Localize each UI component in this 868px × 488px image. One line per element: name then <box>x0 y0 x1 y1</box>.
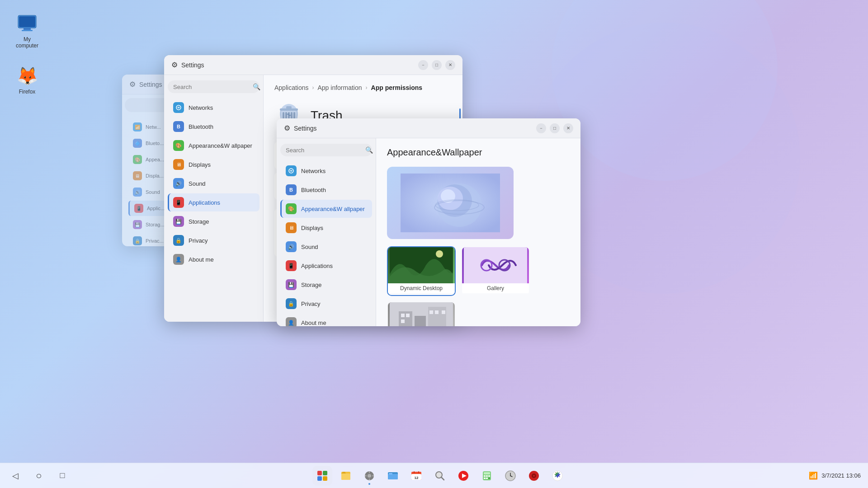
sidebar-item-appearance-mid[interactable]: 🎨 Appearance&W allpaper <box>168 136 259 155</box>
close-button-front[interactable]: ✕ <box>563 123 573 133</box>
search-box-mid[interactable]: 🔍 <box>168 80 259 93</box>
sidebar-label-displays-mid: Displays <box>189 161 211 168</box>
taskbar-app-grid[interactable] <box>312 466 332 486</box>
sidebar-item-networks-mid[interactable]: Networks <box>168 99 259 117</box>
taskbar-app-clock[interactable] <box>500 466 520 486</box>
taskbar-app-settings[interactable] <box>359 466 379 486</box>
sidebar-item-storage-front[interactable]: 💾 Storage <box>280 276 372 294</box>
desktop-icon-my-computer[interactable]: My computer <box>9 9 45 52</box>
wallpaper-thumb-dynamic[interactable]: Dynamic Desktop <box>387 246 456 296</box>
svg-rect-55 <box>414 471 415 473</box>
search-box-front[interactable]: 🔍 <box>280 144 372 156</box>
minimize-button-mid[interactable]: － <box>418 60 428 70</box>
sidebar-item-aboutme-mid[interactable]: 👤 About me <box>168 250 259 268</box>
sidebar-item-aboutme-front[interactable]: 👤 About me <box>280 314 372 326</box>
ghost-bluetooth-icon: 🔷 <box>133 139 142 148</box>
sidebar-label-applications-front: Applications <box>301 263 333 269</box>
appearance-icon-front: 🎨 <box>286 203 297 214</box>
maximize-button-front[interactable]: □ <box>550 123 560 133</box>
taskbar-center: 12 <box>71 466 809 486</box>
taskbar-app-filemanager[interactable] <box>383 466 403 486</box>
sidebar-item-networks-front[interactable]: Networks <box>280 162 372 180</box>
dynamic-desktop-preview <box>388 247 455 283</box>
sidebar-item-displays-mid[interactable]: 🖥 Displays <box>168 155 259 174</box>
sidebar-item-bluetooth-front[interactable]: B Bluetooth <box>280 181 372 199</box>
svg-rect-28 <box>399 311 412 326</box>
taskbar-app-calculator[interactable] <box>477 466 497 486</box>
aboutme-icon-mid: 👤 <box>173 254 184 265</box>
bluetooth-icon-front: B <box>286 184 297 195</box>
displays-icon-front: 🖥 <box>286 222 297 233</box>
gallery-svg <box>464 247 527 283</box>
ghost-privacy-icon: 🔒 <box>133 236 142 245</box>
taskbar-app-files[interactable] <box>336 466 356 486</box>
sidebar-item-applications-front[interactable]: 📱 Applications <box>280 257 372 275</box>
appearance-section-title: Appearance&Wallpaper <box>387 147 570 158</box>
taskbar-app-search[interactable] <box>430 466 450 486</box>
breadcrumb-appinfo[interactable]: App information <box>318 84 362 91</box>
maximize-button-mid[interactable]: □ <box>432 60 442 70</box>
svg-rect-67 <box>486 478 488 479</box>
back-button[interactable]: ◁ <box>7 468 24 484</box>
svg-rect-63 <box>484 475 486 477</box>
firefox-label: Firefox <box>19 89 36 95</box>
svg-rect-64 <box>486 475 488 477</box>
taskbar-app-photos[interactable] <box>547 466 567 486</box>
sidebar-label-privacy-front: Privacy <box>301 300 321 307</box>
clock-icon <box>505 470 516 482</box>
sidebar-label-sound-front: Sound <box>301 244 318 250</box>
breadcrumb-applications[interactable]: Applications <box>274 84 309 91</box>
sidebar-item-storage-mid[interactable]: 💾 Storage <box>168 212 259 230</box>
search-input-mid[interactable] <box>173 84 249 90</box>
svg-line-58 <box>441 477 444 480</box>
svg-rect-32 <box>406 314 410 317</box>
svg-rect-62 <box>484 472 490 474</box>
taskbar: ◁ ○ □ <box>0 463 868 488</box>
sidebar-item-applications-mid[interactable]: 📱 Applications <box>168 193 259 211</box>
privacy-icon-mid: 🔒 <box>173 235 184 246</box>
taskbar-app-calendar[interactable]: 12 <box>406 466 426 486</box>
taskbar-app-media[interactable] <box>524 466 544 486</box>
svg-rect-65 <box>488 475 490 477</box>
appearance-icon-mid: 🎨 <box>173 140 184 151</box>
ghost-storage-icon: 💾 <box>133 220 142 229</box>
wallpaper-thumb-gallery[interactable]: Gallery <box>461 246 530 296</box>
calendar-icon: 12 <box>410 470 422 482</box>
dynamic-desktop-label: Dynamic Desktop <box>388 283 455 293</box>
sidebar-item-privacy-mid[interactable]: 🔒 Privacy <box>168 231 259 249</box>
titlebar-front: ⚙ Settings － □ ✕ <box>277 118 580 138</box>
wallpaper-thumb-wallpaper[interactable]: Wallpaper <box>387 301 456 326</box>
svg-point-74 <box>533 475 535 477</box>
ghost-applications-icon: 📱 <box>134 204 143 213</box>
taskbar-app-music[interactable] <box>453 466 473 486</box>
ghost-displays-icon: 🖥 <box>133 171 142 180</box>
sidebar-mid: 🔍 Networks B Bluetooth 🎨 Appearance&W al… <box>164 75 264 322</box>
sidebar-item-displays-front[interactable]: 🖥 Displays <box>280 219 372 237</box>
sidebar-item-appearance-front[interactable]: 🎨 Appearance&W allpaper <box>280 200 372 218</box>
window-controls-front[interactable]: － □ ✕ <box>536 123 573 133</box>
sidebar-item-bluetooth-mid[interactable]: B Bluetooth <box>168 117 259 136</box>
displays-icon-mid: 🖥 <box>173 159 184 170</box>
overview-button[interactable]: □ <box>54 468 71 484</box>
minimize-button-front[interactable]: － <box>536 123 546 133</box>
main-wallpaper-preview[interactable] <box>387 167 514 239</box>
svg-rect-30 <box>428 307 446 326</box>
storage-icon-mid: 💾 <box>173 216 184 227</box>
settings-gear-icon-front: ⚙ <box>284 124 290 132</box>
sound-icon-mid: 🔊 <box>173 178 184 189</box>
dynamic-desktop-svg <box>390 247 453 283</box>
taskbar-right: 📶 3/7/2021 13:06 <box>809 471 861 480</box>
desktop-icon-firefox[interactable]: 🦊 Firefox <box>9 61 45 99</box>
svg-rect-47 <box>365 475 367 476</box>
svg-rect-36 <box>442 310 445 314</box>
home-button[interactable]: ○ <box>31 468 47 484</box>
aboutme-icon-front: 👤 <box>286 317 297 326</box>
sidebar-label-displays-front: Displays <box>301 225 323 231</box>
sidebar-item-privacy-front[interactable]: 🔒 Privacy <box>280 295 372 313</box>
close-button-mid[interactable]: ✕ <box>445 60 455 70</box>
sidebar-item-sound-front[interactable]: 🔊 Sound <box>280 238 372 256</box>
window-controls-mid[interactable]: － □ ✕ <box>418 60 455 70</box>
sidebar-item-sound-mid[interactable]: 🔊 Sound <box>168 174 259 192</box>
search-input-front[interactable] <box>286 147 362 154</box>
taskbar-left: ◁ ○ □ <box>7 468 71 484</box>
